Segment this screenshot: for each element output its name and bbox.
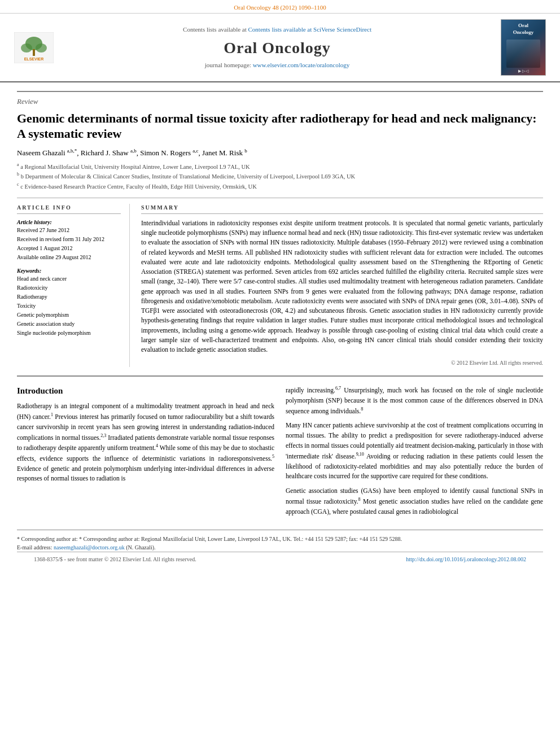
article-info-heading: ARTICLE INFO — [17, 204, 121, 214]
intro-right-para-2: Many HN cancer patients achieve survivor… — [286, 421, 543, 482]
footnote-asterisk: * Corresponding author at: — [17, 536, 77, 542]
footnote-corresponding: * Corresponding author at: * Correspondi… — [17, 535, 543, 543]
received-revised-date: Received in revised form 31 July 2012 — [17, 235, 121, 243]
email-author: (N. Ghazali). — [126, 544, 155, 551]
article-info-column: ARTICLE INFO Article history: Received 2… — [17, 204, 130, 368]
journal-citation: Oral Oncology 48 (2012) 1090–1100 — [234, 4, 326, 11]
keyword-4: Toxicity — [17, 302, 121, 310]
introduction-heading: Introduction — [17, 385, 274, 397]
intro-right-column: rapidly increasing.6,7 Unsurprisingly, m… — [286, 385, 543, 521]
intro-right-para-3: Genetic association studies (GASs) have … — [286, 486, 543, 517]
journal-cover-image: OralOncology ▶ ▷ ◁ — [501, 19, 546, 76]
journal-header: ELSEVIER Contents lists available at Con… — [0, 14, 560, 82]
author-shaw: Richard J. Shaw a,b — [81, 148, 137, 157]
keyword-5: Genetic polymorphism — [17, 311, 121, 319]
cover-icons: ▶ ▷ ◁ — [518, 69, 529, 75]
article-type: Review — [17, 91, 543, 107]
doi-link[interactable]: http://dx.doi.org/10.1016/j.oraloncology… — [406, 556, 526, 563]
svg-text:ELSEVIER: ELSEVIER — [24, 57, 44, 61]
author-rogers: Simon N. Rogers a,c — [140, 148, 198, 157]
keywords-section: Keywords: Head and neck cancer Radiotoxi… — [17, 267, 121, 337]
accepted-date: Accepted 1 August 2012 — [17, 244, 121, 252]
journal-citation-bar: Oral Oncology 48 (2012) 1090–1100 — [0, 0, 560, 14]
cover-placeholder — [506, 40, 540, 68]
author-risk: Janet M. Risk b — [202, 148, 247, 157]
authors-line: Naseem Ghazali a,b,*, Richard J. Shaw a,… — [17, 147, 543, 159]
cover-title: OralOncology — [512, 21, 535, 37]
available-online-date: Available online 29 August 2012 — [17, 254, 121, 261]
affiliation-a: a a Regional Maxillofacial Unit, Univers… — [17, 161, 543, 171]
email-link[interactable]: naseemghazali@doctors.org.uk — [54, 544, 125, 551]
received-date: Received 27 June 2012 — [17, 226, 121, 234]
page: Oral Oncology 48 (2012) 1090–1100 ELSEVI… — [0, 0, 560, 747]
svg-point-3 — [36, 43, 47, 53]
intro-right-para-1: rapidly increasing.6,7 Unsurprisingly, m… — [286, 385, 543, 416]
keyword-6: Genetic association study — [17, 320, 121, 328]
issn-text: 1368-8375/$ - see front matter © 2012 El… — [34, 556, 196, 563]
email-label: E-mail address: — [17, 544, 54, 551]
introduction-section: Introduction Radiotherapy is an integral… — [17, 385, 543, 521]
intro-left-column: Introduction Radiotherapy is an integral… — [17, 385, 274, 521]
footnote-email: E-mail address: naseemghazali@doctors.or… — [17, 543, 543, 552]
keyword-2: Radiotoxicity — [17, 284, 121, 292]
keyword-1: Head and neck cancer — [17, 275, 121, 283]
homepage-link[interactable]: www.elsevier.com/locate/oraloncology — [253, 62, 350, 68]
affiliations: a a Regional Maxillofacial Unit, Univers… — [17, 161, 543, 191]
footnotes-area: * Corresponding author at: * Correspondi… — [17, 530, 543, 552]
article-title: Genomic determinants of normal tissue to… — [17, 111, 543, 142]
keyword-3: Radiotherapy — [17, 293, 121, 301]
summary-text: Interindividual variations in radiotoxic… — [141, 219, 543, 355]
sciverse-text: Contents lists available at Contents lis… — [183, 25, 371, 34]
svg-rect-4 — [33, 49, 35, 56]
keyword-list: Head and neck cancer Radiotoxicity Radio… — [17, 275, 121, 337]
summary-heading: SUMMARY — [141, 204, 543, 214]
affiliation-b: b b Department of Molecular & Clinical C… — [17, 171, 543, 181]
sciverse-link[interactable]: Contents lists available at SciVerse Sci… — [248, 26, 371, 33]
svg-point-2 — [21, 43, 32, 53]
main-content: Review Genomic determinants of normal ti… — [0, 82, 560, 575]
copyright-line: © 2012 Elsevier Ltd. All rights reserved… — [141, 359, 543, 367]
summary-column: SUMMARY Interindividual variations in ra… — [141, 204, 543, 368]
author-naseem: Naseem Ghazali a,b,* — [17, 148, 77, 157]
history-label: Article history: — [17, 219, 121, 226]
homepage-text: journal homepage: www.elsevier.com/locat… — [205, 61, 350, 69]
keyword-7: Single nucleotide polymorphism — [17, 329, 121, 337]
elsevier-logo-icon: ELSEVIER — [14, 32, 54, 63]
section-divider — [17, 375, 543, 377]
affiliation-c: c c Evidence-based Research Practice Cen… — [17, 181, 543, 191]
article-history: Article history: Received 27 June 2012 R… — [17, 219, 121, 261]
bottom-bar: 1368-8375/$ - see front matter © 2012 El… — [17, 552, 543, 567]
keywords-label: Keywords: — [17, 267, 121, 275]
article-info-summary-section: ARTICLE INFO Article history: Received 2… — [17, 198, 543, 368]
journal-cover-area: OralOncology ▶ ▷ ◁ — [498, 19, 549, 76]
footnote-corresponding-text: * Corresponding author at: Regional Maxi… — [79, 536, 402, 542]
intro-left-paragraph: Radiotherapy is an integral component of… — [17, 401, 274, 484]
journal-title: Oral Oncology — [224, 37, 331, 59]
journal-header-center: Contents lists available at Contents lis… — [62, 19, 492, 76]
elsevier-logo-area: ELSEVIER — [11, 19, 56, 76]
